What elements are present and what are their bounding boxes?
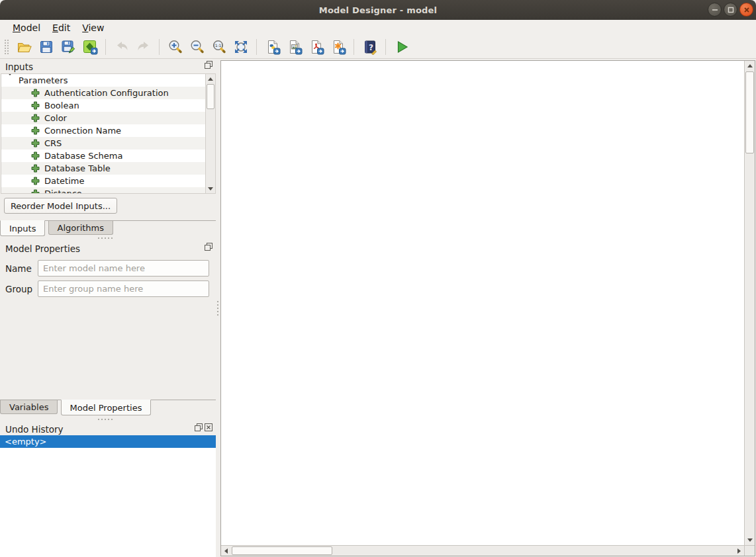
model-name-row: Name: [0, 260, 216, 277]
inputs-algorithms-tabbar: Inputs Algorithms: [0, 220, 216, 237]
help-icon: ?: [362, 39, 378, 55]
redo-button[interactable]: [132, 36, 154, 58]
inputs-dock-header: Inputs: [0, 60, 216, 73]
left-panel: Inputs Parameters Authentication Configu…: [0, 59, 216, 557]
canvas-vertical-scrollbar[interactable]: [744, 61, 755, 545]
close-icon: [743, 7, 750, 13]
window-title: Model Designer - model: [319, 5, 437, 15]
tree-item[interactable]: Color: [1, 112, 215, 124]
model-group-input[interactable]: [38, 280, 209, 297]
undo-history-list: <empty>: [0, 435, 216, 557]
open-model-button[interactable]: [13, 36, 35, 58]
tab-algorithms[interactable]: Algorithms: [48, 221, 113, 235]
scroll-up-arrow-icon[interactable]: [745, 61, 755, 71]
scroll-down-arrow-icon[interactable]: [206, 184, 215, 193]
group-label: Group: [0, 284, 38, 294]
menu-model[interactable]: Model: [7, 21, 46, 34]
close-button[interactable]: [739, 3, 753, 17]
plus-icon: [31, 151, 40, 160]
redo-icon: [136, 39, 152, 55]
reorder-model-inputs-button[interactable]: Reorder Model Inputs...: [4, 198, 117, 214]
help-button[interactable]: ?: [359, 36, 381, 58]
titlebar[interactable]: Model Designer - model: [0, 0, 756, 20]
export-as-python-icon: [265, 39, 281, 55]
scrollbar-corner: [744, 545, 755, 556]
tab-variables[interactable]: Variables: [0, 400, 58, 414]
save-model-in-project-button[interactable]: [79, 36, 101, 58]
open-model-icon: [17, 39, 32, 55]
export-as-pdf-button[interactable]: [305, 36, 327, 58]
undo-button[interactable]: [111, 36, 132, 58]
toolbar-separator: [256, 39, 257, 55]
run-model-button[interactable]: [391, 36, 412, 58]
undo-history-item-empty[interactable]: <empty>: [0, 435, 216, 448]
tree-scrollbar[interactable]: [205, 74, 215, 193]
save-model-icon: [38, 39, 54, 55]
undo-icon: [114, 39, 130, 55]
scroll-up-arrow-icon[interactable]: [206, 74, 215, 83]
tab-model-properties[interactable]: Model Properties: [61, 400, 152, 415]
splitter-handle[interactable]: [98, 237, 113, 239]
svg-text:(1:1): (1:1): [213, 43, 222, 48]
plus-icon: [31, 177, 40, 185]
canvas-horizontal-scrollbar[interactable]: [221, 545, 744, 556]
model-name-input[interactable]: [38, 260, 209, 277]
save-model-in-project-icon: [82, 39, 98, 55]
model-designer-window: Model Designer - model Model Edit View: [0, 0, 756, 557]
vertical-scrollbar-thumb[interactable]: [745, 71, 754, 153]
plus-icon: [31, 126, 40, 135]
plus-icon: [31, 139, 40, 148]
tree-item[interactable]: Database Schema: [1, 150, 215, 162]
zoom-out-button[interactable]: [186, 36, 208, 58]
toolbar-separator: [159, 39, 160, 55]
zoom-out-icon: [189, 39, 205, 55]
plus-icon: [31, 101, 40, 110]
tree-scrollbar-thumb[interactable]: [207, 84, 214, 109]
horizontal-scrollbar-thumb[interactable]: [232, 546, 332, 555]
run-model-icon: [394, 39, 410, 55]
chevron-down-icon[interactable]: [7, 75, 13, 85]
zoom-full-icon: [233, 39, 249, 55]
menu-view[interactable]: View: [76, 21, 110, 34]
save-model-button[interactable]: [35, 36, 57, 58]
splitter-handle[interactable]: [98, 419, 113, 420]
zoom-in-icon: [167, 39, 183, 55]
export-as-python-button[interactable]: [261, 36, 283, 58]
panel-canvas-splitter-handle[interactable]: [217, 301, 218, 316]
tab-inputs[interactable]: Inputs: [0, 220, 45, 236]
minimize-button[interactable]: [708, 3, 722, 17]
float-panel-icon[interactable]: [205, 61, 213, 69]
tree-item[interactable]: Boolean: [1, 99, 215, 112]
zoom-actual-size-button[interactable]: (1:1): [208, 36, 230, 58]
model-properties-dock-header: Model Properties: [0, 242, 216, 255]
svg-text:?: ?: [369, 42, 373, 52]
save-model-as-button[interactable]: [57, 36, 79, 58]
tree-item[interactable]: CRS: [1, 137, 215, 150]
tree-item[interactable]: Distance: [1, 187, 215, 194]
export-as-image-button[interactable]: [283, 36, 305, 58]
close-panel-icon[interactable]: [205, 423, 213, 431]
scroll-right-arrow-icon[interactable]: [734, 546, 744, 556]
menubar: Model Edit View: [0, 20, 756, 35]
tree-item[interactable]: Database Table: [1, 162, 215, 175]
scroll-left-arrow-icon[interactable]: [221, 546, 231, 556]
main-area: Inputs Parameters Authentication Configu…: [0, 59, 756, 557]
zoom-full-button[interactable]: [230, 36, 252, 58]
float-panel-icon[interactable]: [195, 423, 203, 431]
export-as-svg-button[interactable]: [327, 36, 349, 58]
toolbar-drag-handle[interactable]: [3, 38, 9, 56]
minimize-icon: [712, 7, 718, 13]
tree-root-parameters[interactable]: Parameters: [1, 74, 215, 87]
scroll-down-arrow-icon[interactable]: [745, 535, 755, 545]
model-canvas[interactable]: [220, 60, 755, 556]
plus-icon: [31, 114, 40, 122]
toolbar: (1:1): [0, 35, 756, 59]
tree-item[interactable]: Authentication Configuration: [1, 87, 215, 99]
menu-edit[interactable]: Edit: [46, 21, 76, 34]
zoom-in-button[interactable]: [164, 36, 186, 58]
inputs-dock-title: Inputs: [0, 62, 33, 72]
tree-item[interactable]: Datetime: [1, 175, 215, 187]
float-panel-icon[interactable]: [205, 243, 213, 251]
maximize-button[interactable]: [724, 3, 737, 17]
tree-item[interactable]: Connection Name: [1, 124, 215, 137]
